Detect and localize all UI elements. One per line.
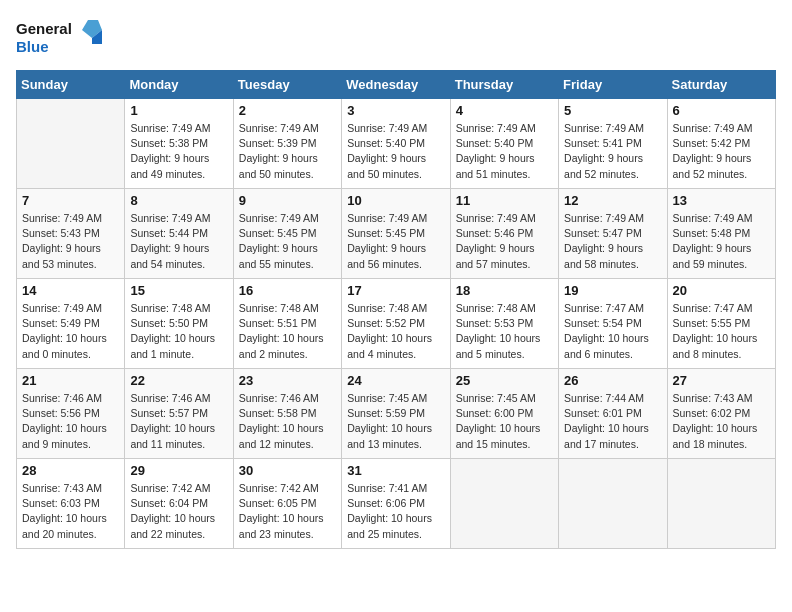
day-info: Sunrise: 7:43 AMSunset: 6:02 PMDaylight:…: [673, 391, 770, 452]
day-info: Sunrise: 7:46 AMSunset: 5:56 PMDaylight:…: [22, 391, 119, 452]
weekday-header: Monday: [125, 71, 233, 99]
day-info: Sunrise: 7:46 AMSunset: 5:58 PMDaylight:…: [239, 391, 336, 452]
day-info: Sunrise: 7:49 AMSunset: 5:49 PMDaylight:…: [22, 301, 119, 362]
calendar-day-cell: 8Sunrise: 7:49 AMSunset: 5:44 PMDaylight…: [125, 189, 233, 279]
day-number: 5: [564, 103, 661, 118]
calendar-day-cell: 25Sunrise: 7:45 AMSunset: 6:00 PMDayligh…: [450, 369, 558, 459]
day-number: 11: [456, 193, 553, 208]
day-number: 14: [22, 283, 119, 298]
calendar-day-cell: 1Sunrise: 7:49 AMSunset: 5:38 PMDaylight…: [125, 99, 233, 189]
calendar-week-row: 28Sunrise: 7:43 AMSunset: 6:03 PMDayligh…: [17, 459, 776, 549]
day-number: 10: [347, 193, 444, 208]
calendar-day-cell: 6Sunrise: 7:49 AMSunset: 5:42 PMDaylight…: [667, 99, 775, 189]
calendar-day-cell: 17Sunrise: 7:48 AMSunset: 5:52 PMDayligh…: [342, 279, 450, 369]
calendar-day-cell: 2Sunrise: 7:49 AMSunset: 5:39 PMDaylight…: [233, 99, 341, 189]
calendar-week-row: 14Sunrise: 7:49 AMSunset: 5:49 PMDayligh…: [17, 279, 776, 369]
calendar-day-cell: 30Sunrise: 7:42 AMSunset: 6:05 PMDayligh…: [233, 459, 341, 549]
calendar-day-cell: 29Sunrise: 7:42 AMSunset: 6:04 PMDayligh…: [125, 459, 233, 549]
day-number: 16: [239, 283, 336, 298]
day-number: 15: [130, 283, 227, 298]
day-info: Sunrise: 7:44 AMSunset: 6:01 PMDaylight:…: [564, 391, 661, 452]
day-info: Sunrise: 7:49 AMSunset: 5:41 PMDaylight:…: [564, 121, 661, 182]
day-info: Sunrise: 7:42 AMSunset: 6:05 PMDaylight:…: [239, 481, 336, 542]
day-number: 1: [130, 103, 227, 118]
weekday-header: Thursday: [450, 71, 558, 99]
calendar-day-cell: 12Sunrise: 7:49 AMSunset: 5:47 PMDayligh…: [559, 189, 667, 279]
logo: General Blue: [16, 16, 106, 60]
calendar-week-row: 7Sunrise: 7:49 AMSunset: 5:43 PMDaylight…: [17, 189, 776, 279]
calendar-day-cell: 31Sunrise: 7:41 AMSunset: 6:06 PMDayligh…: [342, 459, 450, 549]
day-info: Sunrise: 7:49 AMSunset: 5:44 PMDaylight:…: [130, 211, 227, 272]
calendar-day-cell: 28Sunrise: 7:43 AMSunset: 6:03 PMDayligh…: [17, 459, 125, 549]
calendar-day-cell: 11Sunrise: 7:49 AMSunset: 5:46 PMDayligh…: [450, 189, 558, 279]
calendar-day-cell: 7Sunrise: 7:49 AMSunset: 5:43 PMDaylight…: [17, 189, 125, 279]
calendar-day-cell: 27Sunrise: 7:43 AMSunset: 6:02 PMDayligh…: [667, 369, 775, 459]
day-info: Sunrise: 7:43 AMSunset: 6:03 PMDaylight:…: [22, 481, 119, 542]
day-info: Sunrise: 7:49 AMSunset: 5:45 PMDaylight:…: [239, 211, 336, 272]
calendar-day-cell: 16Sunrise: 7:48 AMSunset: 5:51 PMDayligh…: [233, 279, 341, 369]
calendar-day-cell: 20Sunrise: 7:47 AMSunset: 5:55 PMDayligh…: [667, 279, 775, 369]
day-number: 23: [239, 373, 336, 388]
calendar-day-cell: [17, 99, 125, 189]
calendar-day-cell: 19Sunrise: 7:47 AMSunset: 5:54 PMDayligh…: [559, 279, 667, 369]
day-number: 8: [130, 193, 227, 208]
day-number: 30: [239, 463, 336, 478]
day-number: 25: [456, 373, 553, 388]
logo-svg: General Blue: [16, 16, 106, 60]
day-info: Sunrise: 7:47 AMSunset: 5:54 PMDaylight:…: [564, 301, 661, 362]
day-number: 12: [564, 193, 661, 208]
day-number: 24: [347, 373, 444, 388]
day-number: 18: [456, 283, 553, 298]
day-info: Sunrise: 7:41 AMSunset: 6:06 PMDaylight:…: [347, 481, 444, 542]
calendar-week-row: 1Sunrise: 7:49 AMSunset: 5:38 PMDaylight…: [17, 99, 776, 189]
day-info: Sunrise: 7:46 AMSunset: 5:57 PMDaylight:…: [130, 391, 227, 452]
calendar-day-cell: 15Sunrise: 7:48 AMSunset: 5:50 PMDayligh…: [125, 279, 233, 369]
calendar-day-cell: 5Sunrise: 7:49 AMSunset: 5:41 PMDaylight…: [559, 99, 667, 189]
day-info: Sunrise: 7:47 AMSunset: 5:55 PMDaylight:…: [673, 301, 770, 362]
day-info: Sunrise: 7:49 AMSunset: 5:40 PMDaylight:…: [456, 121, 553, 182]
day-number: 28: [22, 463, 119, 478]
calendar-day-cell: 3Sunrise: 7:49 AMSunset: 5:40 PMDaylight…: [342, 99, 450, 189]
calendar-day-cell: 10Sunrise: 7:49 AMSunset: 5:45 PMDayligh…: [342, 189, 450, 279]
weekday-header: Friday: [559, 71, 667, 99]
day-info: Sunrise: 7:42 AMSunset: 6:04 PMDaylight:…: [130, 481, 227, 542]
calendar-day-cell: [667, 459, 775, 549]
day-number: 31: [347, 463, 444, 478]
day-number: 29: [130, 463, 227, 478]
day-number: 6: [673, 103, 770, 118]
day-number: 4: [456, 103, 553, 118]
calendar-day-cell: 4Sunrise: 7:49 AMSunset: 5:40 PMDaylight…: [450, 99, 558, 189]
calendar-day-cell: 9Sunrise: 7:49 AMSunset: 5:45 PMDaylight…: [233, 189, 341, 279]
day-number: 20: [673, 283, 770, 298]
calendar-day-cell: 22Sunrise: 7:46 AMSunset: 5:57 PMDayligh…: [125, 369, 233, 459]
calendar-day-cell: 21Sunrise: 7:46 AMSunset: 5:56 PMDayligh…: [17, 369, 125, 459]
day-info: Sunrise: 7:49 AMSunset: 5:39 PMDaylight:…: [239, 121, 336, 182]
day-number: 27: [673, 373, 770, 388]
day-info: Sunrise: 7:49 AMSunset: 5:42 PMDaylight:…: [673, 121, 770, 182]
weekday-header: Saturday: [667, 71, 775, 99]
day-number: 22: [130, 373, 227, 388]
day-info: Sunrise: 7:49 AMSunset: 5:46 PMDaylight:…: [456, 211, 553, 272]
day-number: 26: [564, 373, 661, 388]
calendar-day-cell: [450, 459, 558, 549]
day-info: Sunrise: 7:49 AMSunset: 5:43 PMDaylight:…: [22, 211, 119, 272]
day-number: 21: [22, 373, 119, 388]
calendar-day-cell: 18Sunrise: 7:48 AMSunset: 5:53 PMDayligh…: [450, 279, 558, 369]
day-info: Sunrise: 7:45 AMSunset: 6:00 PMDaylight:…: [456, 391, 553, 452]
calendar-day-cell: 14Sunrise: 7:49 AMSunset: 5:49 PMDayligh…: [17, 279, 125, 369]
calendar-day-cell: 23Sunrise: 7:46 AMSunset: 5:58 PMDayligh…: [233, 369, 341, 459]
day-info: Sunrise: 7:49 AMSunset: 5:47 PMDaylight:…: [564, 211, 661, 272]
calendar-day-cell: 26Sunrise: 7:44 AMSunset: 6:01 PMDayligh…: [559, 369, 667, 459]
day-number: 2: [239, 103, 336, 118]
calendar-day-cell: 24Sunrise: 7:45 AMSunset: 5:59 PMDayligh…: [342, 369, 450, 459]
day-info: Sunrise: 7:48 AMSunset: 5:50 PMDaylight:…: [130, 301, 227, 362]
weekday-header: Tuesday: [233, 71, 341, 99]
day-info: Sunrise: 7:49 AMSunset: 5:38 PMDaylight:…: [130, 121, 227, 182]
day-number: 19: [564, 283, 661, 298]
weekday-header: Sunday: [17, 71, 125, 99]
page-header: General Blue: [16, 16, 776, 60]
calendar-day-cell: [559, 459, 667, 549]
day-number: 7: [22, 193, 119, 208]
day-info: Sunrise: 7:45 AMSunset: 5:59 PMDaylight:…: [347, 391, 444, 452]
weekday-header: Wednesday: [342, 71, 450, 99]
